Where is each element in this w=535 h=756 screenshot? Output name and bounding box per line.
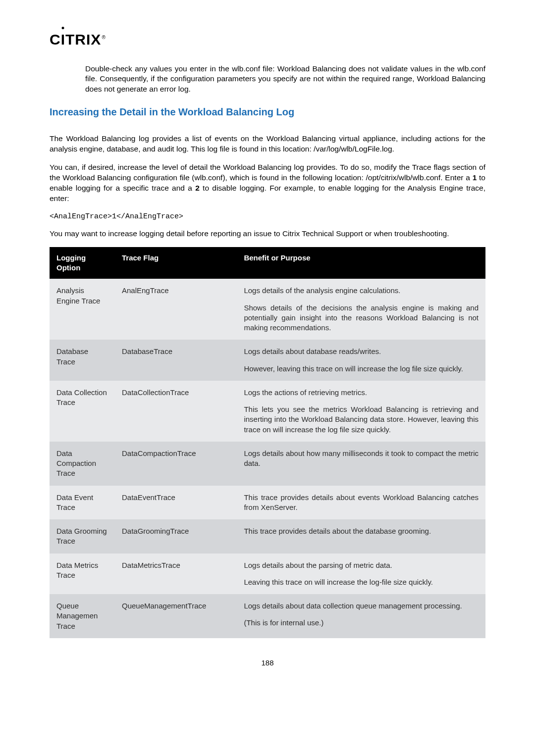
trace-flags-table: Logging Option Trace Flag Benefit or Pur… xyxy=(50,247,485,638)
header-logging-option: Logging Option xyxy=(50,247,115,279)
cell-benefit-para: Logs details about how many milliseconds… xyxy=(244,449,479,469)
table-row: Analysis Engine TraceAnalEngTraceLogs de… xyxy=(50,279,485,340)
table-row: Data Compaction TraceDataCompactionTrace… xyxy=(50,442,485,486)
header-benefit: Benefit or Purpose xyxy=(237,247,485,279)
para2-bold-2: 2 xyxy=(195,184,200,192)
cell-trace-flag: DatabaseTrace xyxy=(115,340,237,381)
cell-benefit: Logs the actions of retrieving metrics.T… xyxy=(237,381,485,442)
table-row: Data Metrics TraceDataMetricsTraceLogs d… xyxy=(50,554,485,595)
cell-benefit-para: Logs details about data collection queue… xyxy=(244,601,479,611)
cell-logging-option: Data Compaction Trace xyxy=(50,442,115,486)
cell-benefit-para: Shows details of the decisions the analy… xyxy=(244,303,479,333)
cell-benefit-para: Logs details about database reads/writes… xyxy=(244,347,479,356)
cell-benefit-para: This lets you see the metrics Workload B… xyxy=(244,404,479,435)
cell-trace-flag: DataMetricsTrace xyxy=(115,554,237,595)
para2-part-a: You can, if desired, increase the level … xyxy=(50,163,485,182)
cell-benefit-para: (This is for internal use.) xyxy=(244,618,479,628)
para2-bold-1: 1 xyxy=(473,173,477,182)
cell-benefit: Logs details about the parsing of metric… xyxy=(237,554,485,595)
paragraph-2: You can, if desired, increase the level … xyxy=(50,162,485,204)
cell-benefit: Logs details of the analysis engine calc… xyxy=(237,279,485,340)
cell-benefit: Logs details about data collection queue… xyxy=(237,594,485,638)
cell-logging-option: Analysis Engine Trace xyxy=(50,279,115,340)
table-row: Data Grooming TraceDataGroomingTraceThis… xyxy=(50,519,485,554)
logo-text: CITRIX xyxy=(50,31,101,48)
paragraph-1: The Workload Balancing log provides a li… xyxy=(50,134,485,154)
cell-benefit-para: Leaving this trace on will increase the … xyxy=(244,577,479,587)
cell-benefit-para: Logs the actions of retrieving metrics. xyxy=(244,388,479,398)
section-heading: Increasing the Detail in the Workload Ba… xyxy=(50,105,485,119)
cell-logging-option: Database Trace xyxy=(50,340,115,381)
cell-logging-option: Data Grooming Trace xyxy=(50,519,115,554)
cell-benefit: This trace provides details about the da… xyxy=(237,519,485,554)
cell-benefit: Logs details about database reads/writes… xyxy=(237,340,485,381)
header-trace-flag: Trace Flag xyxy=(115,247,237,279)
logo: CITRIX® xyxy=(50,30,485,50)
cell-benefit: This trace provides details about events… xyxy=(237,486,485,520)
table-header-row: Logging Option Trace Flag Benefit or Pur… xyxy=(50,247,485,279)
cell-logging-option: Data Collection Trace xyxy=(50,381,115,442)
cell-trace-flag: AnalEngTrace xyxy=(115,279,237,340)
cell-trace-flag: DataCollectionTrace xyxy=(115,381,237,442)
cell-trace-flag: DataCompactionTrace xyxy=(115,442,237,486)
cell-trace-flag: QueueManagementTrace xyxy=(115,594,237,638)
table-row: Data Collection TraceDataCollectionTrace… xyxy=(50,381,485,442)
cell-logging-option: Data Metrics Trace xyxy=(50,554,115,595)
paragraph-3: You may want to increase logging detail … xyxy=(50,229,485,239)
cell-logging-option: Queue Managemen Trace xyxy=(50,594,115,638)
cell-trace-flag: DataGroomingTrace xyxy=(115,519,237,554)
cell-benefit-para: However, leaving this trace on will incr… xyxy=(244,364,479,374)
cell-benefit: Logs details about how many milliseconds… xyxy=(237,442,485,486)
cell-benefit-para: This trace provides details about events… xyxy=(244,493,479,513)
table-row: Data Event TraceDataEventTraceThis trace… xyxy=(50,486,485,520)
cell-benefit-para: This trace provides details about the da… xyxy=(244,526,479,536)
logo-reg: ® xyxy=(102,35,106,40)
page-number: 188 xyxy=(50,658,485,668)
cell-trace-flag: DataEventTrace xyxy=(115,486,237,520)
code-sample: <AnalEngTrace>1</AnalEngTrace> xyxy=(50,212,485,222)
cell-benefit-para: Logs details of the analysis engine calc… xyxy=(244,286,479,296)
cell-logging-option: Data Event Trace xyxy=(50,486,115,520)
cell-benefit-para: Logs details about the parsing of metric… xyxy=(244,560,479,570)
intro-paragraph: Double-check any values you enter in the… xyxy=(50,64,485,95)
table-row: Database TraceDatabaseTraceLogs details … xyxy=(50,340,485,381)
table-row: Queue Managemen TraceQueueManagementTrac… xyxy=(50,594,485,638)
